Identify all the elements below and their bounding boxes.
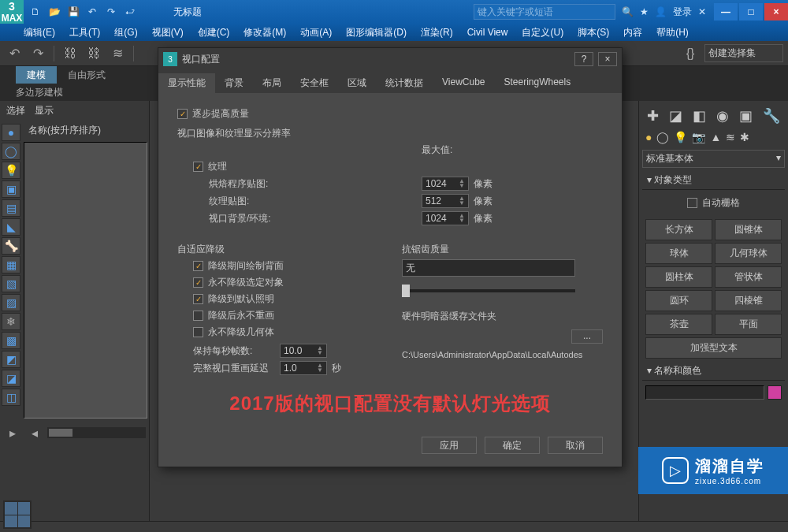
dialog-tab-4[interactable]: 区域 — [338, 73, 376, 93]
expand-icon[interactable]: ▸ — [3, 423, 22, 442]
menu-6[interactable]: 动画(A) — [300, 26, 332, 39]
browse-button[interactable]: ... — [571, 329, 603, 344]
primitive-4[interactable]: 圆柱体 — [645, 266, 712, 288]
menu-10[interactable]: 自定义(U) — [522, 26, 563, 39]
unlink-icon[interactable]: ⛓ — [84, 44, 103, 63]
aa-dropdown[interactable]: 无 — [402, 259, 575, 277]
dialog-tab-0[interactable]: 显示性能 — [158, 73, 215, 93]
space-icon[interactable]: ◣ — [2, 218, 20, 236]
spline-icon[interactable]: ◯ — [2, 143, 20, 160]
search-icon[interactable]: 🔍 — [622, 6, 634, 17]
autogrid-checkbox[interactable] — [687, 198, 697, 208]
xref-icon[interactable]: ◩ — [2, 351, 20, 368]
ribbon-tab-1[interactable]: 自由形式 — [57, 66, 117, 84]
menu-8[interactable]: 渲染(R) — [421, 26, 453, 39]
container-icon[interactable]: ▧ — [2, 275, 20, 292]
progressive-checkbox[interactable] — [177, 109, 188, 119]
primitive-9[interactable]: 平面 — [715, 314, 782, 335]
menu-9[interactable]: Civil View — [467, 27, 508, 38]
dialog-titlebar[interactable]: 3 视口配置 ? × — [158, 48, 622, 70]
menu-11[interactable]: 脚本(S) — [578, 26, 609, 39]
utilities-tab-icon[interactable]: 🔧 — [763, 107, 780, 125]
primitive-3[interactable]: 几何球体 — [715, 243, 782, 264]
dialog-tab-1[interactable]: 背景 — [215, 73, 253, 93]
adaptive-checkbox-2[interactable] — [193, 294, 203, 304]
display-tab-icon[interactable]: ▣ — [739, 107, 753, 125]
res-spinner-1[interactable]: 1024▲▼ — [422, 177, 469, 191]
maximize-button[interactable]: □ — [739, 3, 763, 20]
object-name-input[interactable] — [645, 385, 764, 400]
bind-icon[interactable]: ≋ — [108, 44, 127, 63]
undo-icon[interactable]: ↶ — [5, 44, 24, 63]
link-icon[interactable]: ⛓ — [61, 44, 80, 63]
menu-5[interactable]: 修改器(M) — [243, 26, 286, 39]
dialog-close-button[interactable]: × — [598, 52, 617, 66]
primitive-6[interactable]: 圆环 — [645, 290, 712, 311]
viewport-layout-switcher[interactable] — [3, 500, 32, 529]
bracket-icon[interactable]: {} — [681, 44, 700, 63]
dialog-tab-6[interactable]: ViewCube — [433, 73, 494, 93]
primitive-7[interactable]: 四棱锥 — [715, 290, 782, 311]
link-icon[interactable]: ⮐ — [121, 3, 139, 20]
category-dropdown[interactable]: 标准基本体▾ — [642, 150, 785, 168]
light-icon[interactable]: 💡 — [2, 162, 20, 179]
helpers-icon[interactable]: ▲ — [710, 131, 721, 143]
rollout-object-type[interactable]: ▾ 对象类型 — [642, 171, 785, 190]
dialog-help-button[interactable]: ? — [574, 52, 593, 66]
geometry-icon[interactable]: ● — [645, 131, 652, 143]
ribbon-panel-label[interactable]: 多边形建模 — [16, 86, 63, 99]
redo-icon[interactable]: ↷ — [28, 44, 47, 63]
new-icon[interactable]: 🗋 — [27, 3, 44, 20]
search-input[interactable]: 键入关键字或短语 — [474, 4, 615, 20]
camera-icon[interactable]: ▣ — [2, 180, 20, 198]
minimize-button[interactable]: — — [714, 3, 738, 20]
system-icon[interactable]: ▨ — [2, 294, 20, 311]
delay-spinner[interactable]: 1.0▲▼ — [280, 361, 327, 375]
shapes-icon[interactable]: ◯ — [656, 131, 669, 143]
spinner-arrows-icon[interactable]: ▲▼ — [317, 363, 323, 373]
cancel-button[interactable]: 取消 — [548, 437, 603, 454]
dialog-tab-5[interactable]: 统计数据 — [376, 73, 433, 93]
systems-icon[interactable]: ✱ — [740, 131, 749, 143]
modify-tab-icon[interactable]: ◪ — [669, 107, 682, 125]
menu-1[interactable]: 工具(T) — [69, 26, 100, 39]
lights-icon[interactable]: 💡 — [674, 131, 687, 143]
collapse-icon[interactable]: ◂ — [25, 423, 44, 442]
create-tab-icon[interactable]: ✚ — [647, 107, 659, 125]
primitive-2[interactable]: 球体 — [645, 243, 712, 264]
primitive-0[interactable]: 长方体 — [645, 219, 712, 240]
menu-2[interactable]: 组(G) — [114, 26, 137, 39]
dialog-tab-3[interactable]: 安全框 — [291, 73, 338, 93]
res-spinner-3[interactable]: 1024▲▼ — [422, 211, 469, 225]
list-header[interactable]: 名称(按升序排序) — [22, 121, 149, 140]
ok-button[interactable]: 确定 — [485, 437, 540, 454]
menu-7[interactable]: 图形编辑器(D) — [346, 26, 407, 39]
timeline[interactable] — [0, 521, 788, 532]
save-icon[interactable]: 💾 — [65, 3, 82, 20]
spinner-arrows-icon[interactable]: ▲▼ — [317, 346, 323, 355]
adaptive-checkbox-0[interactable] — [193, 261, 203, 271]
primitive-1[interactable]: 圆锥体 — [715, 219, 782, 240]
freeze-icon[interactable]: ❄ — [2, 313, 20, 330]
menu-0[interactable]: 编辑(E) — [24, 26, 55, 39]
close-button[interactable]: × — [764, 3, 788, 20]
object-list[interactable] — [24, 142, 147, 419]
aa-slider[interactable] — [402, 289, 575, 292]
horizontal-scrollbar[interactable] — [47, 427, 146, 438]
dialog-tab-7[interactable]: SteeringWheels — [494, 73, 580, 93]
star-icon[interactable]: ★ — [640, 6, 649, 17]
cameras-icon[interactable]: 📷 — [692, 131, 705, 143]
menu-12[interactable]: 内容 — [623, 26, 642, 39]
bone-icon[interactable]: 🦴 — [2, 237, 20, 255]
adaptive-checkbox-4[interactable] — [193, 327, 203, 337]
autodesk-x-icon[interactable]: ✕ — [698, 6, 706, 17]
slider-thumb-icon[interactable] — [402, 285, 410, 297]
menu-3[interactable]: 视图(V) — [152, 26, 184, 39]
ribbon-tab-0[interactable]: 建模 — [16, 66, 57, 84]
primitive-8[interactable]: 茶壶 — [645, 314, 712, 335]
rollout-name-color[interactable]: ▾ 名称和颜色 — [642, 362, 785, 381]
sphere-icon[interactable]: ● — [2, 124, 20, 141]
layer-icon[interactable]: ◪ — [2, 370, 20, 387]
tab-display[interactable]: 显示 — [35, 104, 54, 117]
redo-icon[interactable]: ↷ — [102, 3, 120, 20]
